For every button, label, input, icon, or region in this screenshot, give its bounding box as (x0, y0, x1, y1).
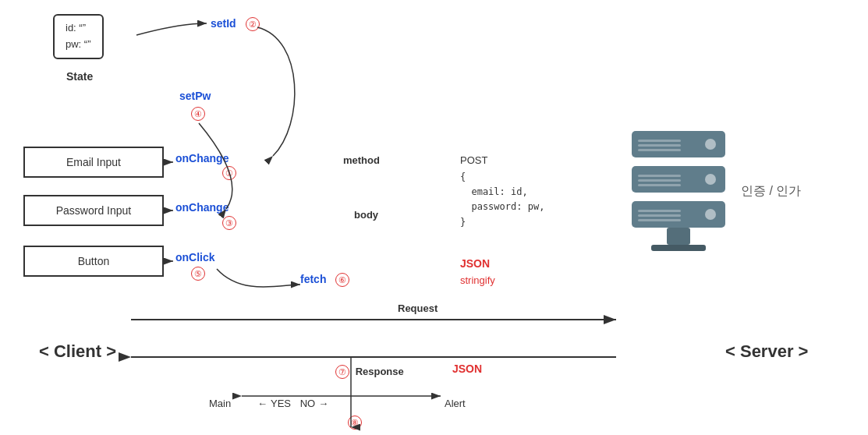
server-line (638, 210, 681, 212)
server-line (638, 214, 681, 217)
button-label: Button (78, 255, 109, 267)
server-line (638, 219, 681, 221)
diagram-container: id: “” pw: “” State Email Input Password… (0, 0, 868, 435)
server-dot-1 (705, 139, 716, 150)
server-line (638, 149, 681, 151)
left-arrow: ← (257, 398, 267, 409)
server-lines-1 (638, 137, 681, 154)
onclick5-label: onClick (175, 251, 215, 263)
json-code: { email: id, password: pw, } (460, 170, 544, 230)
client-label: < Client > (39, 341, 116, 362)
body-label: body (354, 209, 378, 221)
server-stand (667, 228, 690, 245)
state-box: id: “” pw: “” (53, 14, 104, 59)
server-label: < Server > (725, 341, 808, 362)
yes-no-row: ← YES NO → (257, 398, 328, 409)
server-line (638, 144, 681, 147)
server-line (638, 140, 681, 142)
yes-label: YES (271, 398, 291, 409)
num-6: ⑥ (335, 273, 349, 287)
num-7: ⑦ (335, 365, 349, 379)
setpw-label: setPw (179, 90, 211, 102)
server-unit-3 (632, 201, 725, 228)
main-label: Main (209, 398, 231, 409)
response-json: JSON (452, 362, 482, 375)
response-label: ⑦ Response (335, 365, 404, 379)
num-8: ⑧ (348, 416, 362, 430)
response-text: Response (356, 366, 404, 377)
alert-label: Alert (445, 398, 466, 409)
server-lines-2 (638, 172, 681, 189)
setid-label: setId (211, 17, 236, 30)
auth-label: 인증 / 인가 (741, 183, 801, 200)
onchange1-label: onChange (175, 152, 229, 164)
num-1: ① (222, 166, 236, 180)
stringify-label: stringify (460, 274, 495, 286)
request-label: Request (398, 302, 438, 314)
email-input-box: Email Input (23, 147, 164, 178)
yes-no-divider (294, 398, 297, 409)
password-input-box: Password Input (23, 195, 164, 226)
server-line (638, 184, 681, 186)
server-line (638, 175, 681, 177)
no-label: NO (300, 398, 316, 409)
state-pw-field: pw: “” (66, 37, 91, 53)
json-label: JSON (460, 257, 490, 270)
num-2: ② (246, 17, 260, 31)
right-arrow: → (318, 398, 328, 409)
server-dot-2 (705, 174, 716, 185)
state-id-field: id: “” (66, 20, 91, 37)
num-5: ⑤ (191, 267, 205, 281)
state-label: State (66, 70, 93, 83)
server-dot-3 (705, 209, 716, 220)
server-unit-1 (632, 131, 725, 157)
num-3: ③ (222, 216, 236, 230)
server-base (651, 245, 706, 251)
server-lines-3 (638, 207, 681, 224)
fetch6-label: fetch (300, 273, 326, 285)
num-4: ④ (191, 107, 205, 121)
server-unit-2 (632, 166, 725, 193)
method-label: method (343, 154, 380, 166)
onchange3-label: onChange (175, 201, 229, 214)
server-line (638, 179, 681, 182)
password-input-label: Password Input (56, 204, 132, 217)
email-input-label: Email Input (66, 156, 121, 168)
button-box: Button (23, 246, 164, 277)
post-label: POST (460, 154, 487, 166)
